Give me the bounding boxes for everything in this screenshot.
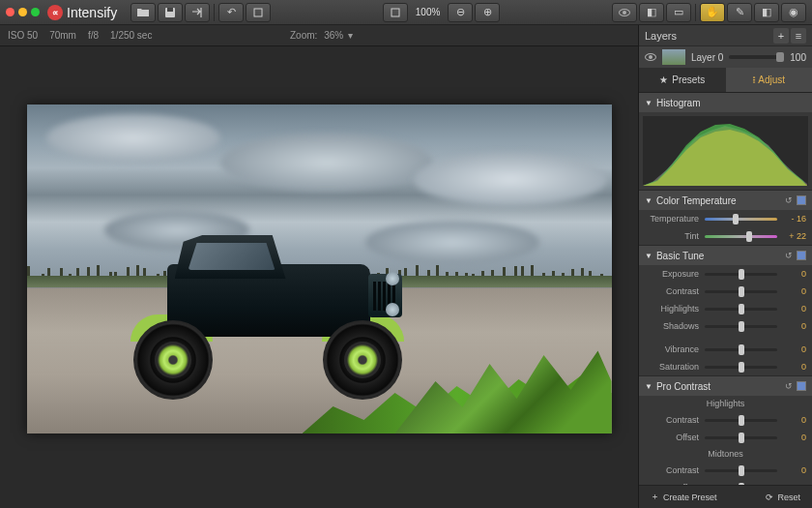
- layer-row[interactable]: Layer 0 100: [639, 46, 812, 68]
- param-slider[interactable]: [705, 469, 777, 472]
- layer-name: Layer 0: [691, 52, 723, 63]
- share-button[interactable]: [185, 3, 210, 22]
- section-checkbox[interactable]: [797, 251, 806, 260]
- group-label: Highlights: [639, 396, 812, 411]
- layer-visibility-icon[interactable]: [645, 53, 656, 61]
- color-temp-header[interactable]: ▼Color Temperature↺: [639, 191, 812, 210]
- brush-tool[interactable]: ✎: [727, 3, 752, 22]
- zoom-dropdown-icon[interactable]: ▾: [348, 30, 353, 41]
- param-slider[interactable]: [705, 436, 777, 439]
- gradient-tool[interactable]: ◉: [781, 3, 806, 22]
- right-panel: Layers + ≡ Layer 0 100 ★ Presets ⁝⁝ Adju…: [638, 25, 812, 508]
- section-histogram: ▼Histogram: [639, 93, 812, 191]
- top-toolbar: ∝ Intensify ↶ 100% ⊖ ⊕ ◧ ▭ ✋ ✎ ◧ ◉: [0, 0, 812, 25]
- iso-value: ISO 50: [8, 30, 38, 41]
- eraser-tool[interactable]: ◧: [754, 3, 779, 22]
- fit-button[interactable]: [383, 3, 408, 22]
- param-slider[interactable]: [705, 348, 777, 351]
- before-after-button[interactable]: ▭: [666, 3, 691, 22]
- param-label: Temperature: [645, 214, 699, 224]
- save-button[interactable]: [158, 3, 183, 22]
- param-value: + 22: [783, 231, 806, 241]
- hand-tool[interactable]: ✋: [700, 3, 725, 22]
- param-label: Offset: [645, 433, 699, 442]
- section-basic-tune: ▼Basic Tune↺ Exposure0Contrast0Highlight…: [639, 246, 812, 376]
- section-color-temperature: ▼Color Temperature↺ Temperature- 16Tint+…: [639, 191, 812, 246]
- panel-footer: ＋Create Preset ⟳Reset: [639, 485, 812, 508]
- reset-button[interactable]: ⟳Reset: [760, 490, 806, 505]
- param-label: Vibrance: [645, 344, 699, 354]
- param-slider[interactable]: [705, 325, 777, 328]
- minimize-icon[interactable]: [18, 8, 27, 16]
- param-label: Contrast: [645, 465, 699, 475]
- zoom-out-button[interactable]: ⊖: [448, 3, 473, 22]
- param-value: 0: [783, 465, 806, 475]
- logo-icon: ∝: [47, 5, 63, 20]
- param-row: Contrast0: [639, 283, 812, 300]
- zoom-value[interactable]: 36%: [324, 30, 343, 41]
- param-slider[interactable]: [705, 273, 777, 276]
- param-row: Temperature- 16: [639, 210, 812, 227]
- pro-contrast-header[interactable]: ▼Pro Contrast↺: [639, 376, 812, 396]
- param-slider[interactable]: [705, 218, 777, 221]
- reset-icon[interactable]: ↺: [785, 251, 793, 260]
- mode-tabs: ★ Presets ⁝⁝ Adjust: [639, 68, 812, 93]
- zoom-in-button[interactable]: ⊕: [475, 3, 500, 22]
- basic-tune-header[interactable]: ▼Basic Tune↺: [639, 246, 812, 265]
- param-value: 0: [783, 286, 806, 296]
- param-row: Vibrance0: [639, 341, 812, 358]
- param-label: Exposure: [645, 269, 699, 279]
- param-slider[interactable]: [705, 235, 777, 238]
- compare-button[interactable]: ◧: [639, 3, 664, 22]
- plus-icon: ＋: [651, 491, 659, 503]
- param-value: 0: [783, 433, 806, 442]
- aperture-value: f/8: [88, 30, 99, 41]
- window-controls: [6, 8, 40, 16]
- add-layer-button[interactable]: +: [773, 28, 789, 44]
- param-row: Contrast0: [639, 411, 812, 429]
- undo-button[interactable]: ↶: [218, 3, 244, 22]
- create-preset-button[interactable]: ＋Create Preset: [645, 488, 752, 506]
- param-row: Offset0: [639, 429, 812, 446]
- crop-button[interactable]: [246, 3, 271, 22]
- image-canvas[interactable]: [27, 105, 612, 433]
- open-button[interactable]: [130, 3, 156, 22]
- canvas-area[interactable]: [0, 46, 638, 508]
- reset-icon[interactable]: ↺: [785, 195, 793, 205]
- section-checkbox[interactable]: [797, 195, 806, 205]
- param-value: 0: [783, 304, 806, 314]
- param-row: Shadows0: [639, 317, 812, 335]
- tab-adjust[interactable]: ⁝⁝ Adjust: [726, 68, 813, 93]
- layer-opacity-slider[interactable]: [729, 55, 784, 59]
- param-value: - 16: [783, 214, 806, 224]
- section-checkbox[interactable]: [797, 381, 806, 391]
- histogram-header[interactable]: ▼Histogram: [639, 93, 812, 112]
- param-value: 0: [783, 269, 806, 279]
- maximize-icon[interactable]: [31, 8, 40, 16]
- close-icon[interactable]: [6, 8, 14, 16]
- app-name: Intensify: [67, 5, 117, 20]
- preview-button[interactable]: [612, 3, 637, 22]
- app-logo: ∝ Intensify: [47, 5, 117, 20]
- param-label: Highlights: [645, 304, 699, 314]
- layer-menu-button[interactable]: ≡: [791, 28, 806, 44]
- svg-rect-2: [254, 9, 262, 16]
- layers-title: Layers: [645, 30, 677, 42]
- reset-icon[interactable]: ↺: [785, 381, 793, 391]
- layers-header: Layers + ≡: [639, 25, 812, 46]
- group-label: Midtones: [639, 446, 812, 462]
- layer-opacity-value: 100: [790, 52, 806, 63]
- param-label: Shadows: [645, 321, 699, 331]
- focal-value: 70mm: [49, 30, 76, 41]
- histogram-display: [643, 116, 808, 186]
- param-row: Saturation0: [639, 358, 812, 375]
- param-slider[interactable]: [705, 308, 777, 311]
- param-value: 0: [783, 362, 806, 372]
- param-value: 0: [783, 415, 806, 425]
- param-slider[interactable]: [705, 366, 777, 369]
- tab-presets[interactable]: ★ Presets: [639, 68, 726, 93]
- layer-thumbnail: [662, 49, 685, 65]
- param-slider[interactable]: [705, 290, 777, 293]
- param-label: Contrast: [645, 286, 699, 296]
- param-slider[interactable]: [705, 419, 777, 422]
